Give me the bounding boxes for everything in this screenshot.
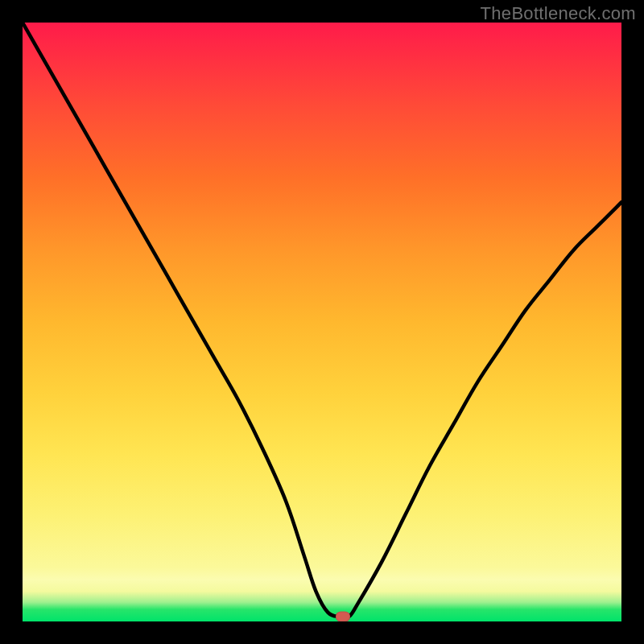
plot-area <box>23 23 621 621</box>
chart-frame: TheBottleneck.com <box>0 0 644 644</box>
bottleneck-curve <box>23 23 621 621</box>
watermark-label: TheBottleneck.com <box>481 3 636 24</box>
optimal-point-marker <box>336 612 350 621</box>
